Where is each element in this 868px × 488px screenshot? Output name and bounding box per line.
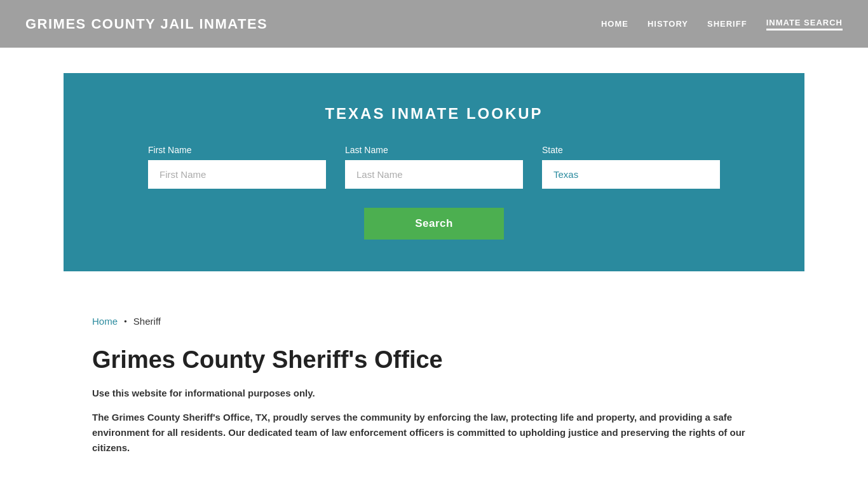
last-name-input[interactable] <box>345 160 523 189</box>
nav-history[interactable]: HISTORY <box>648 19 688 29</box>
page-title: Grimes County Sheriff's Office <box>92 346 776 375</box>
search-button[interactable]: Search <box>364 208 504 240</box>
first-name-field-group: First Name <box>148 145 326 189</box>
site-title: GRIMES COUNTY JAIL INMATES <box>25 16 268 32</box>
first-name-input[interactable] <box>148 160 326 189</box>
last-name-field-group: Last Name <box>345 145 523 189</box>
description: The Grimes County Sheriff's Office, TX, … <box>92 410 753 456</box>
state-label: State <box>542 145 720 155</box>
main-nav: HOME HISTORY SHERIFF INMATE SEARCH <box>601 18 843 30</box>
breadcrumb-home[interactable]: Home <box>92 316 118 327</box>
last-name-label: Last Name <box>345 145 523 155</box>
search-fields: First Name Last Name State <box>89 145 779 189</box>
main-content: Grimes County Sheriff's Office Use this … <box>0 333 868 481</box>
subtitle: Use this website for informational purpo… <box>92 388 776 398</box>
breadcrumb-current: Sheriff <box>133 316 161 327</box>
nav-inmate-search[interactable]: INMATE SEARCH <box>766 18 843 30</box>
nav-sheriff[interactable]: SHERIFF <box>707 19 747 29</box>
state-input[interactable] <box>542 160 720 189</box>
state-field-group: State <box>542 145 720 189</box>
first-name-label: First Name <box>148 145 326 155</box>
search-banner: TEXAS INMATE LOOKUP First Name Last Name… <box>64 73 804 271</box>
breadcrumb: Home ● Sheriff <box>0 297 868 333</box>
breadcrumb-separator: ● <box>124 318 127 324</box>
banner-title: TEXAS INMATE LOOKUP <box>325 105 543 123</box>
site-header: GRIMES COUNTY JAIL INMATES HOME HISTORY … <box>0 0 868 48</box>
nav-home[interactable]: HOME <box>601 19 628 29</box>
